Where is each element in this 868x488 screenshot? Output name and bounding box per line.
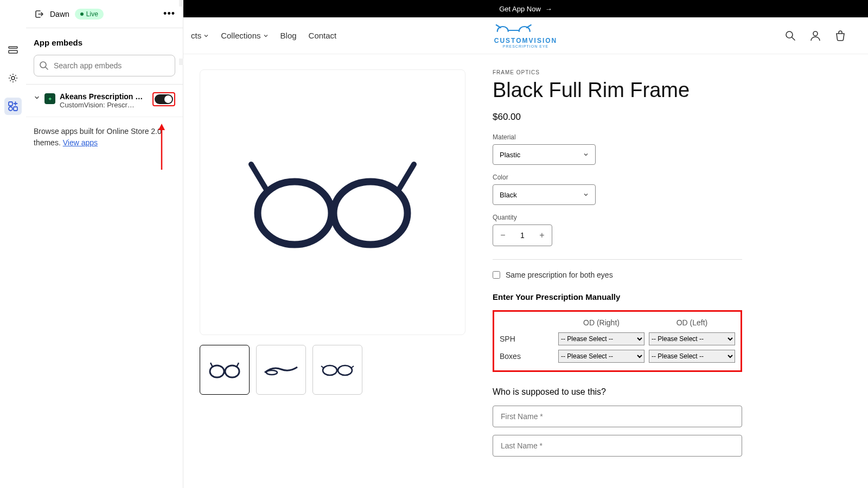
color-label: Color <box>493 174 742 181</box>
browse-apps-text: Browse apps built for Online Store 2.0 t… <box>26 117 183 157</box>
last-name-input[interactable] <box>493 435 742 457</box>
sph-label: SPH <box>500 335 554 343</box>
account-icon[interactable] <box>809 30 821 42</box>
same-rx-row[interactable]: Same prescription for both eyes <box>493 271 742 279</box>
search-input[interactable] <box>34 55 175 76</box>
sph-right-select[interactable]: -- Please Select -- <box>558 332 644 345</box>
nav-blog[interactable]: Blog <box>280 31 297 40</box>
embed-subtitle: CustomVision: Prescr… <box>60 101 148 109</box>
store-logo[interactable]: CUSTOMVISION PRESCRIPTION EYE <box>494 23 557 48</box>
highlight-box <box>152 92 175 106</box>
product-title: Black Full Rim Frame <box>493 79 742 102</box>
svg-point-11 <box>258 182 331 245</box>
svg-point-12 <box>334 182 407 245</box>
nav-contact[interactable]: Contact <box>309 31 337 40</box>
storefront-search-icon[interactable] <box>784 30 796 42</box>
settings-gear-icon[interactable] <box>4 69 22 87</box>
qty-input[interactable] <box>513 225 532 246</box>
svg-point-15 <box>266 370 277 375</box>
product-main-image[interactable] <box>200 69 465 335</box>
cart-icon[interactable] <box>834 30 846 42</box>
thumbnail-3[interactable] <box>312 345 362 395</box>
search-icon <box>39 61 49 70</box>
live-badge: Live <box>75 9 104 20</box>
svg-point-16 <box>323 365 337 375</box>
svg-point-6 <box>40 62 46 68</box>
thumbnail-2[interactable] <box>256 345 306 395</box>
arrow-right-icon: → <box>545 5 552 13</box>
od-right-label: OD (Right) <box>558 318 644 327</box>
svg-point-10 <box>813 31 818 36</box>
material-select[interactable]: Plastic <box>493 144 596 165</box>
quantity-label: Quantity <box>493 214 742 221</box>
announcement-bar[interactable]: Get App Now → <box>183 0 868 17</box>
theme-name: Dawn <box>50 10 69 18</box>
sections-icon[interactable] <box>4 41 22 59</box>
svg-rect-0 <box>9 47 17 48</box>
boxes-right-select[interactable]: -- Please Select -- <box>558 350 644 363</box>
app-icon: ✦ <box>44 93 55 104</box>
app-embeds-icon[interactable] <box>4 98 22 115</box>
more-menu-icon[interactable]: ••• <box>163 8 175 20</box>
nav-products[interactable]: cts <box>191 31 209 40</box>
who-title: Who is supposed to use this? <box>493 387 742 397</box>
thumbnail-1[interactable] <box>200 345 250 395</box>
svg-point-5 <box>9 107 12 111</box>
qty-decrease[interactable]: − <box>493 225 513 246</box>
chevron-down-icon <box>583 152 589 157</box>
od-left-label: OD (Left) <box>649 318 735 327</box>
embed-name: Akeans Prescription … <box>60 92 148 101</box>
svg-point-2 <box>11 76 15 80</box>
boxes-label: Boxes <box>500 352 554 361</box>
material-label: Material <box>493 133 742 141</box>
svg-point-9 <box>786 31 793 38</box>
view-apps-link[interactable]: View apps <box>63 138 98 147</box>
same-rx-checkbox[interactable] <box>493 271 500 279</box>
embed-toggle[interactable] <box>155 94 173 104</box>
color-select[interactable]: Black <box>493 184 596 205</box>
exit-icon[interactable] <box>34 9 44 20</box>
svg-rect-4 <box>14 107 17 111</box>
sph-left-select[interactable]: -- Please Select -- <box>649 332 735 345</box>
chevron-down-icon <box>583 192 589 197</box>
first-name-input[interactable] <box>493 406 742 427</box>
quantity-stepper: − + <box>493 224 552 246</box>
product-vendor: FRAME OPTICS <box>493 69 742 75</box>
svg-point-17 <box>338 365 352 375</box>
qty-increase[interactable]: + <box>532 225 552 246</box>
rx-title: Enter Your Prescription Manually <box>493 292 742 301</box>
glasses-image <box>240 148 425 256</box>
chevron-down-icon[interactable] <box>34 94 40 101</box>
svg-rect-3 <box>9 102 12 106</box>
svg-rect-1 <box>9 50 17 53</box>
rx-table-highlight: OD (Right) OD (Left) SPH -- Please Selec… <box>493 310 742 372</box>
panel-title: App embeds <box>26 28 183 55</box>
product-price: $60.00 <box>493 112 742 123</box>
boxes-left-select[interactable]: -- Please Select -- <box>649 350 735 363</box>
nav-collections[interactable]: Collections <box>221 31 268 40</box>
